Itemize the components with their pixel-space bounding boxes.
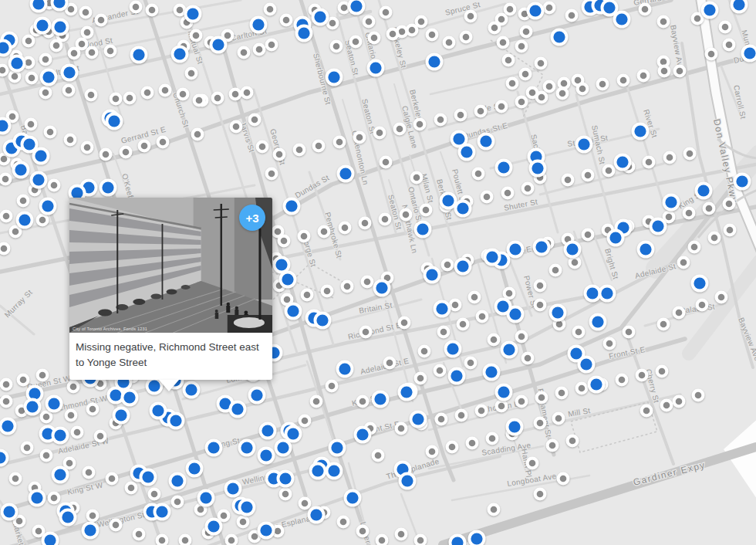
map-marker-gray[interactable] — [534, 488, 547, 501]
map-marker-blue[interactable] — [650, 218, 667, 235]
map-marker-gray[interactable] — [36, 214, 49, 227]
map-marker-blue[interactable] — [478, 133, 495, 151]
map-marker-gray[interactable] — [81, 141, 94, 154]
map-marker-gray[interactable] — [123, 92, 137, 105]
map-marker-blue[interactable] — [12, 161, 30, 179]
map-marker-gray[interactable] — [211, 92, 224, 105]
map-marker-gray[interactable] — [22, 35, 35, 48]
map-marker-blue[interactable] — [632, 123, 650, 140]
map-marker-gray[interactable] — [62, 84, 76, 97]
map-marker-blue[interactable] — [130, 46, 148, 64]
map-marker-blue[interactable] — [140, 469, 157, 486]
map-marker-gray[interactable] — [67, 381, 80, 394]
map-marker-gray[interactable] — [556, 87, 569, 100]
map-marker-gray[interactable] — [406, 24, 419, 37]
map-marker-blue[interactable] — [444, 340, 462, 358]
map-marker-gray[interactable] — [241, 86, 254, 100]
map-marker-gray[interactable] — [386, 28, 400, 41]
map-marker-blue[interactable] — [30, 0, 48, 13]
map-marker-gray[interactable] — [273, 148, 286, 161]
map-marker-blue[interactable] — [205, 518, 223, 536]
map-marker-blue[interactable] — [205, 439, 223, 457]
map-marker-gray[interactable] — [349, 36, 363, 49]
map-marker-gray[interactable] — [337, 516, 350, 529]
map-marker-gray[interactable] — [572, 326, 586, 339]
map-marker-blue[interactable] — [326, 462, 343, 480]
map-marker-blue[interactable] — [398, 384, 416, 401]
map-marker-gray[interactable] — [643, 156, 656, 169]
map-marker-gray[interactable] — [476, 310, 489, 323]
map-marker-blue[interactable] — [663, 194, 680, 212]
map-marker-gray[interactable] — [696, 299, 709, 312]
map-marker-gray[interactable] — [504, 3, 517, 16]
photo-popup[interactable]: City of Toronto Archives, Fonds 1231 +3 … — [69, 198, 272, 380]
map-marker-gray[interactable] — [238, 46, 251, 59]
map-marker-gray[interactable] — [0, 210, 13, 223]
map-marker-gray[interactable] — [703, 202, 716, 215]
map-marker-blue[interactable] — [454, 200, 472, 218]
map-marker-blue[interactable] — [695, 182, 713, 200]
map-marker-blue[interactable] — [258, 522, 275, 540]
map-marker-blue[interactable] — [506, 418, 524, 436]
map-marker-blue[interactable] — [495, 384, 513, 401]
map-marker-gray[interactable] — [9, 472, 22, 486]
map-marker-gray[interactable] — [658, 65, 671, 78]
map-marker-gray[interactable] — [495, 100, 508, 113]
map-marker-blue[interactable] — [150, 402, 167, 420]
map-marker-gray[interactable] — [723, 39, 736, 52]
map-marker-gray[interactable] — [25, 118, 38, 131]
map-marker-gray[interactable] — [191, 128, 204, 141]
map-marker-gray[interactable] — [25, 72, 39, 85]
map-marker-gray[interactable] — [426, 445, 439, 459]
map-marker-gray[interactable] — [623, 326, 636, 339]
map-marker-blue[interactable] — [410, 411, 427, 428]
map-marker-blue[interactable] — [329, 439, 346, 457]
map-marker-gray[interactable] — [299, 415, 312, 428]
map-marker-blue[interactable] — [549, 304, 567, 322]
map-marker-gray[interactable] — [86, 46, 99, 59]
map-marker-gray[interactable] — [229, 88, 242, 101]
map-marker-gray[interactable] — [656, 365, 669, 378]
map-marker-gray[interactable] — [677, 256, 690, 269]
map-marker-blue[interactable] — [169, 472, 187, 490]
map-marker-gray[interactable] — [48, 179, 61, 192]
map-marker-gray[interactable] — [81, 26, 94, 39]
map-marker-gray[interactable] — [534, 299, 547, 312]
map-marker-gray[interactable] — [298, 230, 311, 243]
map-marker-blue[interactable] — [414, 221, 432, 239]
map-marker-gray[interactable] — [443, 36, 456, 49]
map-marker-blue[interactable] — [701, 2, 719, 19]
map-marker-blue[interactable] — [100, 179, 117, 197]
map-marker-gray[interactable] — [85, 89, 98, 102]
map-marker-gray[interactable] — [106, 472, 119, 486]
map-marker-gray[interactable] — [36, 369, 49, 382]
map-marker-gray[interactable] — [293, 144, 306, 157]
map-marker-gray[interactable] — [318, 225, 331, 239]
map-marker-gray[interactable] — [566, 435, 579, 448]
map-marker-gray[interactable] — [546, 439, 559, 452]
map-marker-gray[interactable] — [341, 280, 354, 293]
map-marker-gray[interactable] — [565, 9, 579, 22]
map-marker-gray[interactable] — [636, 369, 649, 382]
map-marker-blue[interactable] — [1, 503, 19, 521]
map-marker-gray[interactable] — [237, 516, 250, 529]
map-marker-gray[interactable] — [110, 519, 123, 532]
map-marker-gray[interactable] — [414, 372, 427, 385]
map-marker-gray[interactable] — [50, 39, 63, 52]
map-marker-gray[interactable] — [582, 228, 595, 242]
map-marker-blue[interactable] — [613, 11, 631, 29]
map-marker-blue[interactable] — [224, 480, 242, 498]
map-marker-gray[interactable] — [410, 171, 424, 184]
map-marker-gray[interactable] — [688, 241, 701, 254]
map-marker-blue[interactable] — [29, 489, 46, 507]
map-marker-blue[interactable] — [399, 472, 417, 490]
map-marker-gray[interactable] — [683, 147, 697, 161]
map-marker-gray[interactable] — [673, 65, 687, 78]
map-marker-blue[interactable] — [113, 407, 130, 425]
map-marker-gray[interactable] — [715, 291, 728, 304]
map-marker-blue[interactable] — [373, 279, 391, 297]
map-marker-blue[interactable] — [637, 241, 655, 259]
map-marker-gray[interactable] — [692, 389, 705, 402]
map-marker-blue[interactable] — [171, 46, 189, 63]
map-marker-gray[interactable] — [130, 1, 143, 14]
